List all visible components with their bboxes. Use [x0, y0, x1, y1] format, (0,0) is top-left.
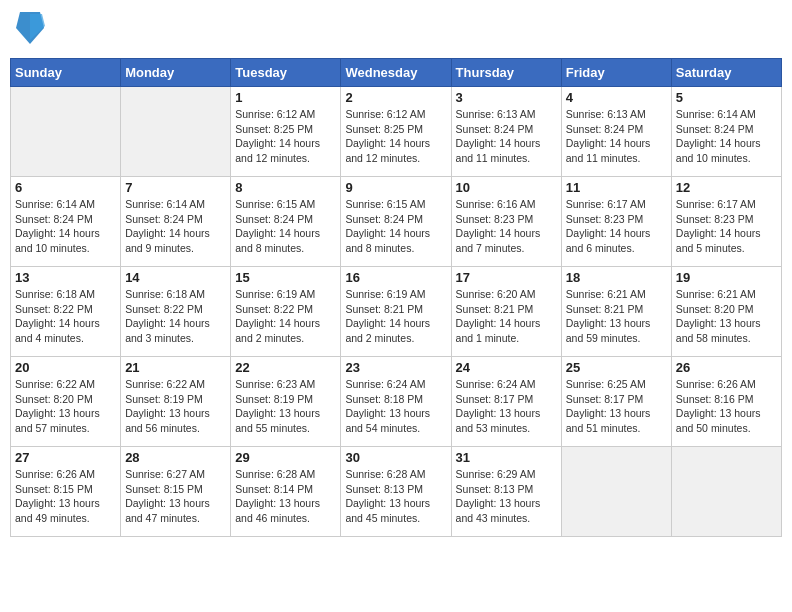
day-number: 9 — [345, 180, 446, 195]
day-number: 13 — [15, 270, 116, 285]
day-info: Sunrise: 6:29 AM Sunset: 8:13 PM Dayligh… — [456, 467, 557, 526]
calendar-week-1: 6Sunrise: 6:14 AM Sunset: 8:24 PM Daylig… — [11, 177, 782, 267]
calendar-cell — [11, 87, 121, 177]
calendar-cell: 22Sunrise: 6:23 AM Sunset: 8:19 PM Dayli… — [231, 357, 341, 447]
day-number: 6 — [15, 180, 116, 195]
day-info: Sunrise: 6:12 AM Sunset: 8:25 PM Dayligh… — [345, 107, 446, 166]
day-info: Sunrise: 6:24 AM Sunset: 8:18 PM Dayligh… — [345, 377, 446, 436]
calendar-cell: 6Sunrise: 6:14 AM Sunset: 8:24 PM Daylig… — [11, 177, 121, 267]
day-number: 31 — [456, 450, 557, 465]
day-info: Sunrise: 6:19 AM Sunset: 8:22 PM Dayligh… — [235, 287, 336, 346]
day-info: Sunrise: 6:15 AM Sunset: 8:24 PM Dayligh… — [235, 197, 336, 256]
calendar-cell: 16Sunrise: 6:19 AM Sunset: 8:21 PM Dayli… — [341, 267, 451, 357]
svg-marker-1 — [30, 14, 45, 40]
day-info: Sunrise: 6:14 AM Sunset: 8:24 PM Dayligh… — [125, 197, 226, 256]
day-info: Sunrise: 6:18 AM Sunset: 8:22 PM Dayligh… — [125, 287, 226, 346]
day-number: 24 — [456, 360, 557, 375]
calendar-cell — [561, 447, 671, 537]
day-number: 17 — [456, 270, 557, 285]
day-number: 5 — [676, 90, 777, 105]
day-number: 28 — [125, 450, 226, 465]
calendar-table: SundayMondayTuesdayWednesdayThursdayFrid… — [10, 58, 782, 537]
day-number: 3 — [456, 90, 557, 105]
calendar-cell: 14Sunrise: 6:18 AM Sunset: 8:22 PM Dayli… — [121, 267, 231, 357]
day-info: Sunrise: 6:25 AM Sunset: 8:17 PM Dayligh… — [566, 377, 667, 436]
calendar-cell: 25Sunrise: 6:25 AM Sunset: 8:17 PM Dayli… — [561, 357, 671, 447]
day-number: 10 — [456, 180, 557, 195]
calendar-cell: 24Sunrise: 6:24 AM Sunset: 8:17 PM Dayli… — [451, 357, 561, 447]
calendar-week-4: 27Sunrise: 6:26 AM Sunset: 8:15 PM Dayli… — [11, 447, 782, 537]
header-wednesday: Wednesday — [341, 59, 451, 87]
calendar-week-0: 1Sunrise: 6:12 AM Sunset: 8:25 PM Daylig… — [11, 87, 782, 177]
calendar-cell: 11Sunrise: 6:17 AM Sunset: 8:23 PM Dayli… — [561, 177, 671, 267]
day-number: 18 — [566, 270, 667, 285]
day-number: 4 — [566, 90, 667, 105]
calendar-header-row: SundayMondayTuesdayWednesdayThursdayFrid… — [11, 59, 782, 87]
calendar-cell: 15Sunrise: 6:19 AM Sunset: 8:22 PM Dayli… — [231, 267, 341, 357]
calendar-cell: 2Sunrise: 6:12 AM Sunset: 8:25 PM Daylig… — [341, 87, 451, 177]
day-info: Sunrise: 6:26 AM Sunset: 8:16 PM Dayligh… — [676, 377, 777, 436]
day-number: 23 — [345, 360, 446, 375]
logo-icon — [14, 10, 46, 46]
day-info: Sunrise: 6:15 AM Sunset: 8:24 PM Dayligh… — [345, 197, 446, 256]
day-info: Sunrise: 6:23 AM Sunset: 8:19 PM Dayligh… — [235, 377, 336, 436]
day-info: Sunrise: 6:27 AM Sunset: 8:15 PM Dayligh… — [125, 467, 226, 526]
calendar-cell — [121, 87, 231, 177]
calendar-cell: 31Sunrise: 6:29 AM Sunset: 8:13 PM Dayli… — [451, 447, 561, 537]
day-info: Sunrise: 6:13 AM Sunset: 8:24 PM Dayligh… — [566, 107, 667, 166]
calendar-cell: 12Sunrise: 6:17 AM Sunset: 8:23 PM Dayli… — [671, 177, 781, 267]
calendar-cell: 8Sunrise: 6:15 AM Sunset: 8:24 PM Daylig… — [231, 177, 341, 267]
day-info: Sunrise: 6:28 AM Sunset: 8:13 PM Dayligh… — [345, 467, 446, 526]
day-info: Sunrise: 6:19 AM Sunset: 8:21 PM Dayligh… — [345, 287, 446, 346]
calendar-cell: 17Sunrise: 6:20 AM Sunset: 8:21 PM Dayli… — [451, 267, 561, 357]
header-tuesday: Tuesday — [231, 59, 341, 87]
header-thursday: Thursday — [451, 59, 561, 87]
calendar-cell: 5Sunrise: 6:14 AM Sunset: 8:24 PM Daylig… — [671, 87, 781, 177]
day-info: Sunrise: 6:13 AM Sunset: 8:24 PM Dayligh… — [456, 107, 557, 166]
day-info: Sunrise: 6:22 AM Sunset: 8:19 PM Dayligh… — [125, 377, 226, 436]
day-info: Sunrise: 6:21 AM Sunset: 8:21 PM Dayligh… — [566, 287, 667, 346]
calendar-cell: 18Sunrise: 6:21 AM Sunset: 8:21 PM Dayli… — [561, 267, 671, 357]
calendar-cell: 28Sunrise: 6:27 AM Sunset: 8:15 PM Dayli… — [121, 447, 231, 537]
day-number: 16 — [345, 270, 446, 285]
calendar-cell: 9Sunrise: 6:15 AM Sunset: 8:24 PM Daylig… — [341, 177, 451, 267]
calendar-cell: 21Sunrise: 6:22 AM Sunset: 8:19 PM Dayli… — [121, 357, 231, 447]
calendar-week-2: 13Sunrise: 6:18 AM Sunset: 8:22 PM Dayli… — [11, 267, 782, 357]
day-info: Sunrise: 6:26 AM Sunset: 8:15 PM Dayligh… — [15, 467, 116, 526]
day-info: Sunrise: 6:20 AM Sunset: 8:21 PM Dayligh… — [456, 287, 557, 346]
calendar-cell: 7Sunrise: 6:14 AM Sunset: 8:24 PM Daylig… — [121, 177, 231, 267]
calendar-cell: 19Sunrise: 6:21 AM Sunset: 8:20 PM Dayli… — [671, 267, 781, 357]
calendar-cell: 10Sunrise: 6:16 AM Sunset: 8:23 PM Dayli… — [451, 177, 561, 267]
day-number: 11 — [566, 180, 667, 195]
day-info: Sunrise: 6:16 AM Sunset: 8:23 PM Dayligh… — [456, 197, 557, 256]
day-number: 14 — [125, 270, 226, 285]
calendar-cell: 29Sunrise: 6:28 AM Sunset: 8:14 PM Dayli… — [231, 447, 341, 537]
header-sunday: Sunday — [11, 59, 121, 87]
day-info: Sunrise: 6:12 AM Sunset: 8:25 PM Dayligh… — [235, 107, 336, 166]
calendar-cell: 30Sunrise: 6:28 AM Sunset: 8:13 PM Dayli… — [341, 447, 451, 537]
day-info: Sunrise: 6:18 AM Sunset: 8:22 PM Dayligh… — [15, 287, 116, 346]
calendar-cell: 20Sunrise: 6:22 AM Sunset: 8:20 PM Dayli… — [11, 357, 121, 447]
day-number: 27 — [15, 450, 116, 465]
calendar-week-3: 20Sunrise: 6:22 AM Sunset: 8:20 PM Dayli… — [11, 357, 782, 447]
header-monday: Monday — [121, 59, 231, 87]
day-number: 19 — [676, 270, 777, 285]
day-number: 26 — [676, 360, 777, 375]
day-number: 22 — [235, 360, 336, 375]
day-info: Sunrise: 6:14 AM Sunset: 8:24 PM Dayligh… — [15, 197, 116, 256]
day-number: 8 — [235, 180, 336, 195]
logo — [10, 10, 46, 50]
day-number: 20 — [15, 360, 116, 375]
day-number: 25 — [566, 360, 667, 375]
header-friday: Friday — [561, 59, 671, 87]
calendar-cell: 27Sunrise: 6:26 AM Sunset: 8:15 PM Dayli… — [11, 447, 121, 537]
calendar-cell — [671, 447, 781, 537]
calendar-cell: 26Sunrise: 6:26 AM Sunset: 8:16 PM Dayli… — [671, 357, 781, 447]
page-header — [10, 10, 782, 50]
day-info: Sunrise: 6:24 AM Sunset: 8:17 PM Dayligh… — [456, 377, 557, 436]
day-info: Sunrise: 6:28 AM Sunset: 8:14 PM Dayligh… — [235, 467, 336, 526]
day-number: 30 — [345, 450, 446, 465]
calendar-cell: 23Sunrise: 6:24 AM Sunset: 8:18 PM Dayli… — [341, 357, 451, 447]
day-number: 15 — [235, 270, 336, 285]
calendar-cell: 1Sunrise: 6:12 AM Sunset: 8:25 PM Daylig… — [231, 87, 341, 177]
